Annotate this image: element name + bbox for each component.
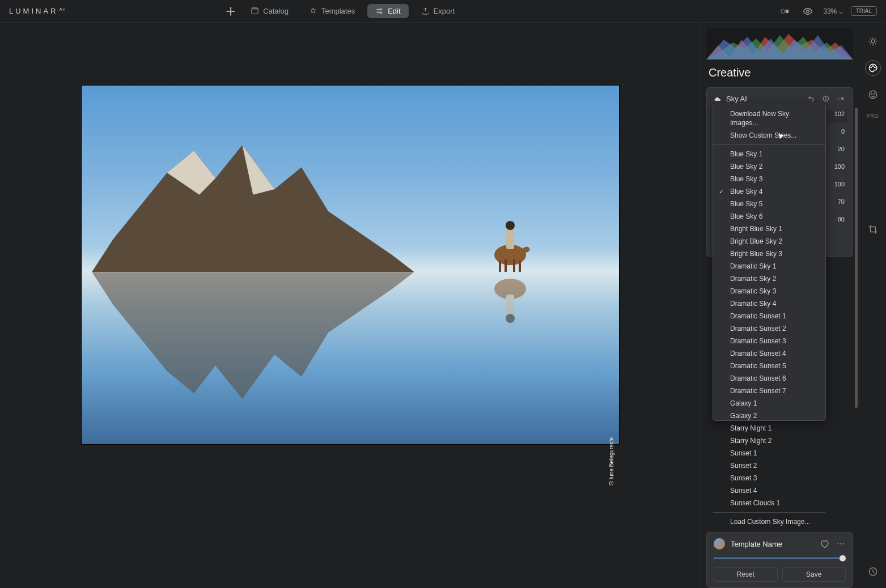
top-bar: LUMINARAI Catalog Templates Edit Export [0, 0, 886, 23]
dropdown-item[interactable]: Sunset 3 [713, 472, 825, 484]
main-body: © Iurie Belegurschi Creative Sky AI [0, 23, 886, 588]
photo-mountain-reflection [92, 272, 414, 415]
dropdown-item[interactable]: Blue Sky 1 [713, 148, 825, 160]
dropdown-item[interactable]: Blue Sky 4 [713, 185, 825, 198]
dropdown-item[interactable]: Dramatic Sunset 1 [713, 310, 825, 322]
nav-catalog[interactable]: Catalog [243, 4, 296, 18]
dropdown-item[interactable]: Dramatic Sunset 5 [713, 360, 825, 372]
dropdown-separator [713, 512, 825, 513]
dropdown-item[interactable]: Dramatic Sunset 3 [713, 335, 825, 347]
nav-edit[interactable]: Edit [367, 4, 408, 18]
slider-value: 70 [830, 198, 847, 205]
panel-scrollbar[interactable] [855, 108, 858, 408]
template-card: Template Name Reset Save [706, 532, 853, 588]
dropdown-item[interactable]: Starry Night 2 [713, 434, 825, 447]
svg-point-0 [381, 8, 383, 10]
heart-icon[interactable] [820, 539, 830, 549]
svg-point-26 [870, 67, 871, 68]
creative-icon[interactable] [865, 60, 881, 76]
slider-value: 100 [830, 181, 847, 188]
dropdown-item[interactable]: Dramatic Sky 4 [713, 297, 825, 310]
svg-rect-10 [499, 261, 501, 272]
photo-mountain [92, 129, 414, 272]
main-nav: Catalog Templates Edit Export [223, 4, 463, 19]
dropdown-item[interactable]: Blue Sky 2 [713, 160, 825, 173]
svg-rect-13 [513, 259, 515, 272]
slider-value: 80 [830, 216, 847, 223]
svg-point-21 [841, 97, 843, 100]
dropdown-item[interactable]: Bright Blue Sky 3 [713, 248, 825, 260]
template-footer: Template Name Reset Save [706, 532, 853, 588]
dropdown-item[interactable]: Download New Sky Images... [713, 108, 825, 129]
dropdown-item[interactable]: Blue Sky 3 [713, 173, 825, 185]
template-slider[interactable] [714, 557, 846, 559]
histogram[interactable] [706, 28, 853, 59]
dropdown-item[interactable]: Dramatic Sky 3 [713, 285, 825, 297]
nav-export[interactable]: Export [413, 4, 463, 18]
dropdown-item[interactable]: Sunset 1 [713, 447, 825, 459]
dropdown-item[interactable]: Sunset 4 [713, 484, 825, 497]
zoom-level[interactable]: 33% ⌵ [823, 7, 842, 15]
add-button[interactable] [223, 4, 238, 19]
photo-rider-reflection [485, 272, 536, 346]
photo-preview[interactable]: © Iurie Belegurschi [81, 85, 620, 445]
history-icon[interactable] [867, 565, 879, 578]
dropdown-item[interactable]: Sunset Clouds 1 [713, 497, 825, 509]
slider-value: 100 [830, 163, 847, 170]
dropdown-item[interactable]: Blue Sky 5 [713, 198, 825, 210]
essentials-icon[interactable] [867, 35, 879, 48]
dropdown-item[interactable]: Show Custom Skies... [713, 129, 825, 142]
pro-label[interactable]: PRO [866, 113, 879, 119]
svg-rect-2 [782, 10, 785, 13]
portrait-icon[interactable] [867, 88, 879, 101]
dropdown-item[interactable]: Bright Blue Sky 1 [713, 223, 825, 235]
canvas-area: © Iurie Belegurschi [0, 23, 700, 588]
dropdown-item[interactable]: Dramatic Sunset 4 [713, 347, 825, 360]
preview-icon[interactable] [800, 4, 815, 19]
app-logo: LUMINARAI [9, 7, 66, 15]
mask-icon[interactable] [821, 93, 831, 104]
sky-ai-title: Sky AI [726, 95, 747, 103]
toggle-icon[interactable] [836, 93, 846, 104]
svg-point-4 [807, 10, 809, 12]
dropdown-item[interactable]: Dramatic Sunset 2 [713, 322, 825, 335]
sky-ai-card: Sky AI Blue Sky 4⌵ ➤ 1020201001007080 Do… [706, 87, 853, 257]
reset-button[interactable]: Reset [714, 567, 778, 582]
template-thumb [714, 538, 725, 549]
sky-dropdown-menu: Download New Sky Images...Show Custom Sk… [713, 104, 826, 421]
dropdown-item[interactable]: Bright Blue Sky 2 [713, 235, 825, 248]
dropdown-item[interactable]: Load Custom Sky Image... [713, 515, 825, 528]
more-icon[interactable] [836, 539, 846, 549]
compare-icon[interactable] [778, 4, 792, 19]
crop-icon[interactable] [867, 223, 879, 236]
svg-point-29 [869, 91, 877, 99]
dropdown-item[interactable]: Dramatic Sunset 7 [713, 385, 825, 397]
dropdown-item[interactable]: Starry Night 1 [713, 422, 825, 434]
svg-point-22 [837, 543, 838, 544]
dropdown-item[interactable]: Galaxy 1 [713, 397, 825, 410]
svg-point-15 [506, 221, 515, 230]
dropdown-item[interactable]: Blue Sky 6 [713, 210, 825, 223]
svg-point-28 [874, 67, 875, 68]
dropdown-item[interactable]: Galaxy 2 [713, 410, 825, 422]
panel-title: Creative [701, 62, 859, 87]
template-row: Template Name [714, 538, 846, 549]
svg-point-18 [506, 314, 515, 323]
app-root: LUMINARAI Catalog Templates Edit Export [0, 0, 886, 588]
save-button[interactable]: Save [782, 567, 846, 582]
svg-rect-14 [506, 229, 514, 249]
svg-point-24 [842, 543, 843, 544]
template-name: Template Name [731, 540, 814, 548]
nav-templates[interactable]: Templates [301, 4, 363, 18]
dropdown-item[interactable]: Dramatic Sky 1 [713, 260, 825, 272]
svg-point-23 [840, 543, 841, 544]
dropdown-item[interactable]: Sunset 2 [713, 459, 825, 472]
dropdown-item[interactable]: Dramatic Sky 2 [713, 272, 825, 285]
template-slider-thumb[interactable] [840, 555, 846, 561]
undo-icon[interactable] [806, 93, 816, 104]
slider-value: 0 [830, 128, 847, 135]
right-panel: Creative Sky AI Blue Sky 4⌵ ➤ 1020201001… [700, 23, 859, 588]
svg-rect-11 [519, 261, 521, 272]
dropdown-item[interactable]: Dramatic Sunset 6 [713, 372, 825, 385]
photo-rider [485, 198, 536, 272]
